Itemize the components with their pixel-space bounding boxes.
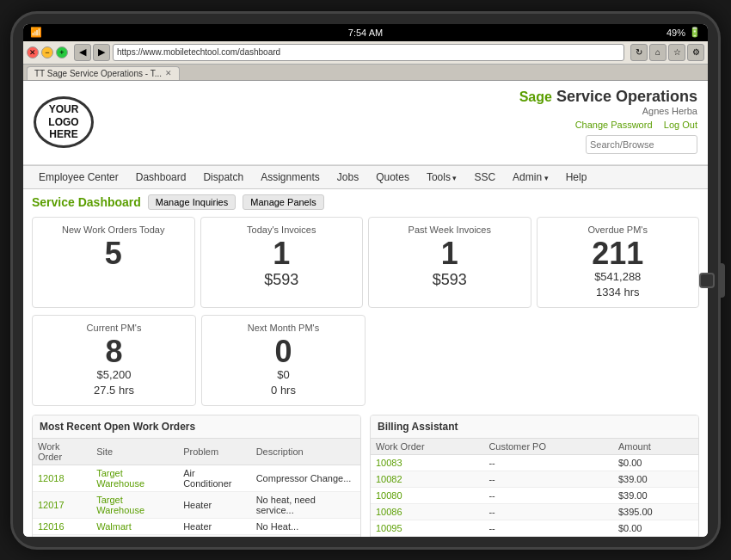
stat-value-2b: $593: [376, 269, 524, 291]
window-maximize-btn[interactable]: +: [56, 46, 68, 58]
browser-refresh-btn[interactable]: ↻: [630, 44, 648, 61]
tab-label: TT Sage Service Operations - T...: [34, 69, 162, 78]
wo-problem: Air Conditioner: [178, 465, 251, 492]
manage-panels-btn[interactable]: Manage Panels: [243, 194, 323, 210]
wo-description: No Heat...: [251, 519, 360, 535]
bill-col-work-order: Work Order: [371, 439, 483, 455]
table-row: 12013 Walmart Air Conditioner WIF not wo…: [33, 535, 360, 537]
stat-value-1b: $593: [208, 269, 356, 291]
nav-jobs[interactable]: Jobs: [329, 166, 367, 188]
manage-inquiries-btn[interactable]: Manage Inquiries: [148, 194, 236, 210]
bill-col-amount: Amount: [613, 439, 698, 455]
bottom-panels: Most Recent Open Work Orders Work Order …: [32, 415, 699, 536]
work-orders-panel: Most Recent Open Work Orders Work Order …: [32, 415, 361, 536]
site-link[interactable]: Target Warehouse: [96, 468, 144, 489]
stat-value-5c: 0 hrs: [209, 383, 358, 398]
search-input[interactable]: [586, 135, 697, 154]
wo-col-problem: Problem: [178, 439, 251, 465]
browser-forward-btn[interactable]: ▶: [93, 44, 110, 61]
bill-wo-link[interactable]: 10082: [376, 474, 402, 484]
site-link[interactable]: Walmart: [96, 521, 132, 532]
bill-wo-link[interactable]: 10086: [376, 507, 402, 517]
stat-value-0: 5: [40, 238, 187, 269]
stat-label-1: Today's Invoices: [208, 225, 356, 235]
tab-close-icon[interactable]: ✕: [165, 69, 172, 77]
nav-ssc[interactable]: SSC: [465, 166, 504, 188]
tablet-side-button[interactable]: [718, 263, 725, 298]
change-password-link[interactable]: Change Password: [575, 120, 653, 130]
wo-col-description: Description: [251, 439, 360, 465]
dashboard-header: Service Dashboard Manage Inquiries Manag…: [32, 194, 699, 210]
dashboard-title: Service Dashboard: [32, 195, 141, 209]
stat-past-week-invoices: Past Week Invoices 1 $593: [368, 217, 531, 308]
bill-amount: $0.00: [613, 455, 698, 471]
status-time: 7:54 AM: [348, 28, 383, 38]
bill-col-customer-po: Customer PO: [483, 439, 613, 455]
browser-home-btn[interactable]: ⌂: [649, 44, 666, 61]
browser-tab[interactable]: TT Sage Service Operations - T... ✕: [27, 66, 180, 80]
table-row: 12016 Walmart Heater No Heat...: [33, 519, 360, 535]
stat-value-5a: 0: [209, 336, 358, 367]
bill-wo-link[interactable]: 10083: [376, 458, 402, 468]
table-row: 10080 -- $39.00: [371, 488, 698, 504]
stat-value-5b: $0: [209, 367, 358, 383]
nav-assignments[interactable]: Assignments: [252, 166, 329, 188]
stat-value-4a: 8: [40, 336, 188, 367]
stat-value-1a: 1: [208, 238, 356, 269]
stat-value-3c: 1334 hrs: [544, 285, 692, 300]
browser-back-btn[interactable]: ◀: [74, 44, 91, 61]
window-minimize-btn[interactable]: −: [41, 46, 53, 58]
wo-col-work-order: Work Order: [33, 439, 91, 465]
wo-link[interactable]: 12017: [38, 500, 64, 510]
stats-grid-top: New Work Orders Today 5 Today's Invoices…: [32, 217, 699, 308]
nav-admin[interactable]: Admin: [504, 166, 557, 188]
search-bar-area: [519, 132, 697, 157]
nav-employee-center[interactable]: Employee Center: [30, 166, 127, 188]
wo-description: Compressor Change...: [251, 465, 360, 492]
stat-value-3b: $541,288: [544, 269, 692, 285]
status-bar: 📶 7:54 AM 49% 🔋: [23, 24, 708, 41]
bill-wo-link[interactable]: 10095: [376, 523, 402, 533]
bill-customer-po: --: [483, 471, 613, 488]
table-row: 10095 -- $0.00: [371, 520, 698, 537]
site-link[interactable]: Target Warehouse: [96, 495, 144, 515]
app-header: YOUR LOGO HERE Sage Service Operations A…: [23, 81, 708, 165]
nav-quotes[interactable]: Quotes: [367, 166, 418, 188]
browser-star-btn[interactable]: ☆: [668, 44, 685, 61]
table-row: 12017 Target Warehouse Heater No heat, n…: [33, 492, 360, 519]
table-row: 10082 -- $39.00: [371, 471, 698, 488]
wo-description: No heat, need service...: [251, 492, 360, 519]
table-row: 10086 -- $395.00: [371, 504, 698, 520]
user-info: Agnes Herba: [519, 106, 697, 116]
wo-link[interactable]: 12018: [38, 473, 64, 483]
dashboard-area: Service Dashboard Manage Inquiries Manag…: [23, 189, 708, 537]
stat-overdue-pms: Overdue PM's 211 $541,288 1334 hrs: [537, 217, 700, 308]
billing-panel: Billing Assistant Work Order Customer PO…: [370, 415, 699, 536]
tablet-home-button[interactable]: [699, 273, 715, 288]
table-row: 10083 -- $0.00: [371, 455, 698, 471]
sage-brand: Sage: [519, 89, 552, 104]
bill-customer-po: --: [483, 520, 613, 537]
nav-dispatch[interactable]: Dispatch: [194, 166, 252, 188]
user-links: Change Password Log Out: [519, 116, 697, 132]
nav-help[interactable]: Help: [557, 166, 596, 188]
bill-amount: $0.00: [613, 520, 698, 537]
bill-amount: $395.00: [613, 504, 698, 520]
stats-grid-bottom: Current PM's 8 $5,200 27.5 hrs Next Mont…: [32, 315, 366, 406]
bill-wo-link[interactable]: 10080: [376, 490, 402, 501]
stat-value-2a: 1: [376, 238, 524, 269]
nav-menu: Employee Center Dashboard Dispatch Assig…: [23, 165, 708, 189]
browser-chrome: ✕ − + ◀ ▶ ↻ ⌂ ☆ ⚙ TT Sage Service Operat…: [23, 41, 708, 81]
wo-col-site: Site: [91, 439, 178, 465]
bill-amount: $39.00: [613, 471, 698, 488]
browser-settings-btn[interactable]: ⚙: [687, 44, 704, 61]
wo-description: WIF not working...: [251, 535, 360, 537]
url-bar[interactable]: [113, 44, 624, 61]
nav-tools[interactable]: Tools: [418, 166, 466, 188]
stat-label-5: Next Month PM's: [209, 323, 358, 333]
log-out-link[interactable]: Log Out: [664, 120, 697, 130]
stat-new-work-orders: New Work Orders Today 5: [32, 217, 195, 308]
window-close-btn[interactable]: ✕: [27, 46, 39, 58]
nav-dashboard[interactable]: Dashboard: [127, 166, 195, 188]
wo-link[interactable]: 12016: [38, 521, 64, 532]
